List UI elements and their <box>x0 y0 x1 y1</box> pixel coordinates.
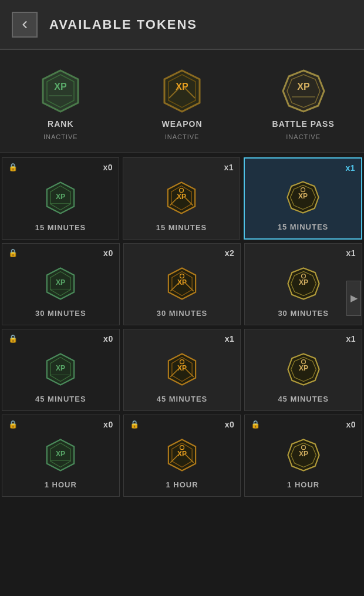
svg-text:XP: XP <box>56 364 65 372</box>
rank-status: INACTIVE <box>43 133 78 140</box>
xp-icon-battlepass: XP <box>283 263 324 304</box>
weapon-label: WEAPON <box>162 119 203 129</box>
quantity-badge: x2 <box>225 248 235 258</box>
token-cell-3-1[interactable]: 🔒x0 XP 1 HOUR <box>123 415 241 497</box>
xp-icon-battlepass: XP <box>282 177 323 218</box>
lock-icon: 🔒 <box>8 163 18 171</box>
xp-icon-weapon: XP <box>161 177 202 218</box>
svg-text:XP: XP <box>298 192 308 200</box>
token-duration-label: 1 HOUR <box>45 480 77 489</box>
token-duration-label: 1 HOUR <box>166 480 198 489</box>
quantity-badge: x1 <box>225 334 235 344</box>
token-row-1: 🔒x0 XP 30 MINUTESx2 XP 30 MINUTESx1 XP 3… <box>0 241 364 327</box>
xp-icon-rank: XP <box>40 263 81 304</box>
battlepass-status: INACTIVE <box>286 133 321 140</box>
xp-icon-battlepass: XP <box>283 435 324 476</box>
category-tabs: XP RANK INACTIVE XP WEAPON INACTIVE <box>0 50 364 153</box>
token-duration-label: 30 MINUTES <box>278 309 329 318</box>
token-row-3: 🔒x0 XP 1 HOUR🔒x0 XP 1 HOUR🔒x0 XP 1 HOUR <box>0 413 364 499</box>
xp-icon-rank: XP <box>40 435 81 476</box>
quantity-badge: x0 <box>225 420 235 429</box>
xp-icon-rank: XP <box>40 349 81 390</box>
token-row-2: 🔒x0 XP 45 MINUTESx1 XP 45 MINUTESx1 XP 4… <box>0 327 364 413</box>
rank-label: RANK <box>48 119 73 129</box>
lock-icon: 🔒 <box>251 420 260 429</box>
lock-icon: 🔒 <box>8 334 18 343</box>
svg-text:XP: XP <box>299 450 308 458</box>
quantity-badge: x0 <box>103 163 113 172</box>
token-grid: 🔒x0 XP 15 MINUTESx1 XP 15 MINUTESx1 XP 1… <box>0 153 364 501</box>
token-duration-label: 30 MINUTES <box>157 309 208 318</box>
tab-battlepass[interactable]: XP BATTLE PASS INACTIVE <box>242 62 364 146</box>
back-button[interactable] <box>12 12 38 38</box>
svg-text:XP: XP <box>56 450 65 458</box>
xp-icon-weapon: XP <box>161 435 203 476</box>
token-cell-2-2[interactable]: x1 XP 45 MINUTES <box>244 329 362 411</box>
weapon-status: INACTIVE <box>165 133 200 140</box>
token-duration-label: 30 MINUTES <box>35 309 86 318</box>
rank-icon: XP <box>37 68 84 115</box>
svg-text:XP: XP <box>56 278 65 287</box>
token-cell-1-1[interactable]: x2 XP 30 MINUTES <box>123 243 241 325</box>
quantity-badge: x1 <box>345 163 355 173</box>
quantity-badge: x0 <box>346 420 356 429</box>
token-cell-2-0[interactable]: 🔒x0 XP 45 MINUTES <box>2 329 120 411</box>
lock-icon: 🔒 <box>8 420 18 429</box>
token-cell-3-2[interactable]: 🔒x0 XP 1 HOUR <box>244 415 362 497</box>
xp-icon-weapon: XP <box>161 263 203 304</box>
xp-icon-rank: XP <box>40 177 81 218</box>
token-duration-label: 45 MINUTES <box>157 395 208 403</box>
token-duration-label: 15 MINUTES <box>278 223 329 231</box>
token-cell-1-0[interactable]: 🔒x0 XP 30 MINUTES <box>2 243 120 325</box>
svg-text:XP: XP <box>55 82 68 92</box>
token-duration-label: 15 MINUTES <box>156 223 207 232</box>
svg-text:XP: XP <box>299 364 308 372</box>
token-cell-0-0[interactable]: 🔒x0 XP 15 MINUTES <box>2 157 119 240</box>
tab-weapon[interactable]: XP WEAPON INACTIVE <box>122 62 243 146</box>
battlepass-label: BATTLE PASS <box>272 119 335 129</box>
quantity-badge: x0 <box>103 334 113 344</box>
quantity-badge: x1 <box>346 334 356 344</box>
token-duration-label: 45 MINUTES <box>35 395 86 403</box>
token-cell-1-2[interactable]: x1 XP 30 MINUTES <box>244 243 362 325</box>
token-duration-label: 45 MINUTES <box>278 395 329 403</box>
svg-text:XP: XP <box>56 193 65 201</box>
quantity-badge: x0 <box>103 420 113 429</box>
next-arrow-button[interactable]: ▶ <box>346 281 361 316</box>
back-arrow-icon <box>19 19 31 31</box>
xp-icon-battlepass: XP <box>283 349 324 390</box>
weapon-icon: XP <box>159 68 205 115</box>
tab-rank[interactable]: XP RANK INACTIVE <box>0 62 122 146</box>
token-duration-label: 15 MINUTES <box>35 223 86 232</box>
token-cell-2-1[interactable]: x1 XP 45 MINUTES <box>123 329 241 411</box>
page-title: AVAILABLE TOKENS <box>49 17 197 32</box>
token-cell-0-2[interactable]: x1 XP 15 MINUTES <box>244 157 362 240</box>
battlepass-icon: XP <box>280 68 327 115</box>
token-row-0: 🔒x0 XP 15 MINUTESx1 XP 15 MINUTESx1 XP 1… <box>0 156 364 241</box>
quantity-badge: x1 <box>224 163 234 172</box>
lock-icon: 🔒 <box>130 420 139 429</box>
quantity-badge: x1 <box>346 248 356 258</box>
quantity-badge: x0 <box>103 248 113 258</box>
token-duration-label: 1 HOUR <box>287 480 319 489</box>
svg-text:XP: XP <box>299 278 308 287</box>
xp-icon-weapon: XP <box>161 349 203 390</box>
lock-icon: 🔒 <box>8 248 18 257</box>
header: AVAILABLE TOKENS <box>0 0 364 50</box>
token-cell-0-1[interactable]: x1 XP 15 MINUTES <box>123 157 240 240</box>
svg-text:XP: XP <box>297 82 310 92</box>
token-cell-3-0[interactable]: 🔒x0 XP 1 HOUR <box>2 415 120 497</box>
